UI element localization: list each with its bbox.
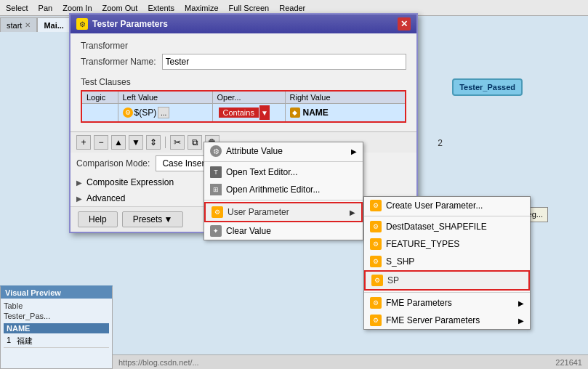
ctx2-sep-1 [364,216,530,216]
ctx-user-parameter[interactable]: ⚙ User Parameter ▶ [204,202,363,222]
left-value-text: $(SP) [134,108,157,118]
ctx-attribute-value-arrow: ▶ [351,147,357,155]
transformer-name-input[interactable] [162,54,406,70]
ctx2-fme-params-arrow: ▶ [518,299,524,307]
vp-row-1-num: 1 [4,336,14,346]
dialog-icon: ⚙ [76,18,88,30]
oper-dropdown-button[interactable]: ▼ [259,105,270,120]
toolbar-remove-button[interactable]: − [94,135,108,150]
ctx-text-editor-icon: T [210,166,222,178]
ctx-attribute-value-label: Attribute Value [226,146,283,156]
menu-pan[interactable]: Pan [36,4,56,12]
canvas-number-label: 2 [438,138,443,148]
tab-bar: start ✕ Mai... [0,16,71,32]
advanced-arrow-icon: ▶ [76,195,82,203]
left-value-browse-button[interactable]: ... [158,107,169,118]
ctx2-fme-server-arrow: ▶ [518,317,524,325]
ctx2-fme-server-label: FME Server Parameters [386,315,480,325]
ctx2-fme-parameters[interactable]: ⚙ FME Parameters ▶ [364,294,530,312]
ctx-clear-value-label: Clear Value [226,226,271,236]
ctx2-destdataset-label: DestDataset_SHAPEFILE [386,222,487,232]
ctx2-fme-server-icon: ⚙ [370,315,382,326]
ctx-user-parameter-arrow: ▶ [350,208,355,216]
clause-oper-cell[interactable]: Contains ▼ [212,104,285,123]
ctx2-sp[interactable]: ⚙ SP [364,270,530,291]
ctx2-sp-icon: ⚙ [371,275,383,286]
dialog-body: Transformer Transformer Name: Test Claus… [71,33,416,131]
visual-preview-title: Visual Preview [1,287,112,299]
status-coords: 221641 [555,358,582,367]
presets-button[interactable]: Presets ▼ [122,211,184,227]
tab-main[interactable]: Mai... [37,17,71,32]
menu-reader[interactable]: Reader [276,4,308,12]
toolbar-copy-button[interactable]: ⧉ [188,135,202,150]
advanced-label: Advanced [86,193,125,203]
status-bar: https://blog.csdn.net/... 221641 [113,354,588,369]
ctx2-fme-params-icon: ⚙ [370,297,382,309]
ctx-text-editor-label: Open Text Editor... [226,167,298,177]
toolbar-updown-button[interactable]: ⇕ [146,135,161,150]
dialog-title: Tester Parameters [92,19,168,29]
transformer-name-label: Transformer Name: [81,57,156,67]
fme-node-tester-passed[interactable]: Tester_Passed [452,78,523,96]
footer-left: Help Presets ▼ [78,211,183,227]
menu-zoom-in[interactable]: Zoom In [60,4,94,12]
ctx2-sep-2 [364,292,530,293]
clause-right-value-cell[interactable]: ◆ NAME [285,104,406,123]
ctx2-create-user-param[interactable]: ⚙ Create User Parameter... [364,197,530,214]
primary-context-menu: ⚙ Attribute Value ▶ T Open Text Editor..… [204,142,363,240]
ctx-arithmetic-editor-label: Open Arithmetic Editor... [226,184,320,195]
vp-row-1: 1 福建 [4,335,109,348]
composite-label: Composite Expression [86,177,174,187]
ctx-attribute-value[interactable]: ⚙ Attribute Value ▶ [204,142,363,160]
col-logic: Logic [81,91,118,104]
ctx-separator-1 [204,161,363,162]
toolbar-down-button[interactable]: ▼ [129,135,143,150]
clauses-header-row: Logic Left Value Oper... Right Value [81,91,406,104]
test-clauses-label: Test Clauses [81,77,406,87]
toolbar-up-button[interactable]: ▲ [111,135,126,150]
ctx-user-parameter-icon: ⚙ [212,206,223,218]
vp-table-header: NAME [4,323,109,333]
ctx-separator-2 [204,200,363,200]
presets-arrow-icon: ▼ [164,214,172,224]
tab-start[interactable]: start ✕ [0,17,37,32]
tab-start-close[interactable]: ✕ [25,21,31,29]
presets-label: Presets [133,214,163,224]
clause-left-value-cell[interactable]: ⚙ $(SP) ... [118,104,212,123]
ctx-open-arithmetic-editor[interactable]: ⊞ Open Arithmetic Editor... [204,181,363,198]
right-value-icon: ◆ [290,108,300,118]
ctx2-destdataset[interactable]: ⚙ DestDataset_SHAPEFILE [364,218,530,235]
ctx2-fme-server-parameters[interactable]: ⚙ FME Server Parameters ▶ [364,312,530,329]
visual-preview-content: Table Tester_Pas... NAME 1 福建 [1,299,112,351]
menu-full-screen[interactable]: Full Screen [226,4,273,12]
secondary-context-menu: ⚙ Create User Parameter... ⚙ DestDataset… [363,196,531,330]
ctx-open-text-editor[interactable]: T Open Text Editor... [204,163,363,181]
dialog-close-button[interactable]: ✕ [398,17,411,31]
clauses-table: Logic Left Value Oper... Right Value ⚙ $… [81,90,406,123]
menu-select[interactable]: Select [3,4,31,12]
ctx-clear-value-icon: ✦ [210,225,222,237]
ctx-clear-value[interactable]: ✦ Clear Value [204,222,363,240]
left-value-icon: ⚙ [123,108,133,118]
visual-preview-panel: Visual Preview Table Tester_Pas... NAME … [0,285,113,369]
ctx2-s-shp-icon: ⚙ [370,256,382,267]
ctx-arithmetic-editor-icon: ⊞ [210,184,222,195]
ctx2-sp-label: SP [387,275,399,285]
transformer-section-label: Transformer [81,41,406,51]
ctx2-s-shp[interactable]: ⚙ S_SHP [364,253,530,270]
menu-extents[interactable]: Extents [145,4,177,12]
ctx2-feature-types-icon: ⚙ [370,238,382,250]
menu-zoom-out[interactable]: Zoom Out [100,4,141,12]
ctx2-fme-params-label: FME Parameters [386,298,452,308]
clause-logic-cell [81,104,118,123]
toolbar-add-button[interactable]: + [76,135,91,150]
comparison-label: Comparison Mode: [76,158,150,169]
ctx2-feature-types[interactable]: ⚙ FEATURE_TYPES [364,235,530,253]
menu-maximize[interactable]: Maximize [182,4,221,12]
toolbar-cut-button[interactable]: ✂ [170,135,185,150]
help-button[interactable]: Help [78,211,118,227]
col-right-value: Right Value [285,91,406,104]
oper-contains-button[interactable]: Contains [219,108,259,118]
dialog-titlebar: ⚙ Tester Parameters ✕ [71,15,416,33]
